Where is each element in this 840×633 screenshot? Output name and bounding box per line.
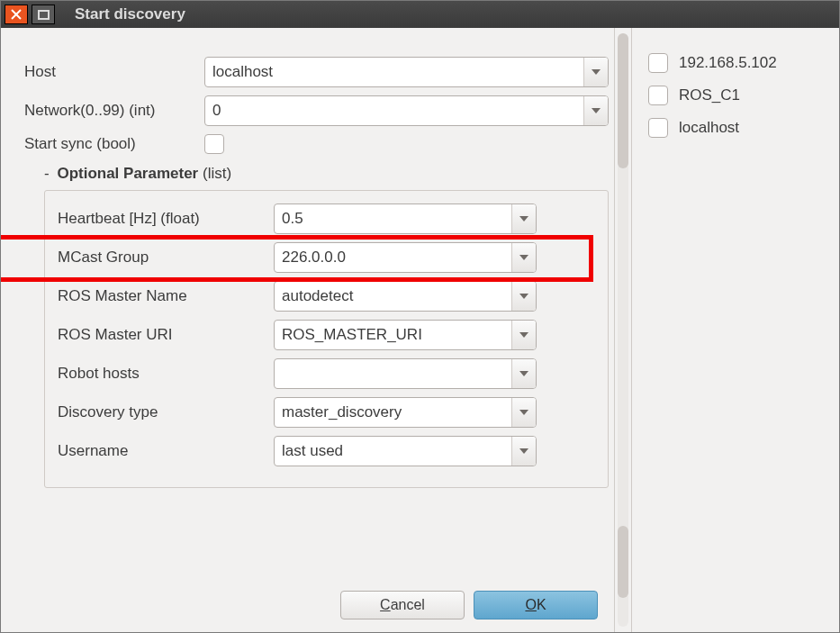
- optional-header[interactable]: - Optional Parameter (list): [44, 165, 609, 183]
- optional-row: Discovery typemaster_discovery: [58, 397, 595, 428]
- chevron-down-icon: [511, 398, 536, 427]
- optional-combo[interactable]: 0.5: [274, 203, 537, 234]
- optional-label: MCast Group: [58, 249, 274, 267]
- optional-label: Heartbeat [Hz] (float): [58, 210, 274, 228]
- optional-label: Robot hosts: [58, 365, 274, 383]
- network-value: 0: [205, 96, 583, 125]
- chevron-down-icon: [511, 359, 536, 388]
- cancel-button[interactable]: Cancel: [340, 591, 465, 619]
- svg-marker-4: [519, 216, 528, 222]
- host-label: localhost: [679, 119, 739, 137]
- host-combo[interactable]: localhost: [204, 57, 609, 87]
- close-button[interactable]: [5, 5, 28, 24]
- optional-value: last used: [275, 437, 511, 466]
- optional-value: ROS_MASTER_URI: [275, 321, 511, 349]
- network-label: Network(0..99) (int): [24, 102, 204, 120]
- optional-suffix: (list): [203, 165, 231, 182]
- host-item[interactable]: 192.168.5.102: [648, 53, 832, 73]
- optional-value: autodetect: [275, 282, 511, 311]
- chevron-down-icon: [511, 243, 536, 272]
- chevron-down-icon: [511, 437, 536, 466]
- optional-combo[interactable]: autodetect: [274, 281, 537, 312]
- host-item[interactable]: localhost: [648, 118, 832, 138]
- svg-marker-9: [519, 410, 528, 415]
- host-label: ROS_C1: [679, 86, 740, 104]
- host-value: localhost: [205, 58, 583, 86]
- optional-combo[interactable]: master_discovery: [274, 397, 537, 428]
- host-checkbox[interactable]: [648, 53, 668, 73]
- optional-combo[interactable]: last used: [274, 436, 537, 466]
- host-list-panel: 192.168.5.102ROS_C1localhost: [632, 28, 839, 632]
- form-panel: Host localhost Network(0..99) (int) 0: [1, 28, 614, 632]
- scrollbar-thumb[interactable]: [618, 33, 628, 168]
- optional-row: Usernamelast used: [58, 436, 595, 466]
- host-label: 192.168.5.102: [679, 54, 777, 72]
- mcast-group-row: MCast Group226.0.0.0: [58, 242, 595, 273]
- maximize-button[interactable]: [32, 5, 55, 24]
- maximize-icon: [38, 10, 50, 20]
- svg-marker-8: [519, 371, 528, 376]
- host-row: Host localhost: [24, 57, 609, 87]
- dialog-footer: Cancel OK: [1, 582, 614, 632]
- network-row: Network(0..99) (int) 0: [24, 95, 609, 126]
- window-title: Start discovery: [75, 5, 185, 23]
- mcast-group-combo[interactable]: 226.0.0.0: [274, 242, 537, 273]
- start-sync-row: Start sync (bool): [24, 134, 609, 154]
- optional-label: Username: [58, 442, 274, 460]
- optional-label: Discovery type: [58, 403, 274, 421]
- optional-title: Optional Parameter: [57, 165, 198, 182]
- optional-label: ROS Master URI: [58, 326, 274, 344]
- window: Start discovery Host localhost: [0, 0, 840, 633]
- network-combo[interactable]: 0: [204, 95, 609, 126]
- optional-row: ROS Master Nameautodetect: [58, 281, 595, 312]
- optional-combo[interactable]: [274, 358, 537, 389]
- svg-marker-10: [519, 448, 528, 454]
- host-checkbox[interactable]: [648, 118, 668, 138]
- start-sync-label: Start sync (bool): [24, 135, 204, 153]
- collapse-toggle: -: [44, 165, 50, 182]
- svg-marker-7: [519, 332, 528, 338]
- host-label: Host: [24, 63, 204, 81]
- host-checkbox[interactable]: [648, 86, 668, 105]
- svg-marker-3: [592, 108, 601, 113]
- svg-marker-5: [519, 255, 528, 260]
- chevron-down-icon: [511, 282, 536, 311]
- optional-row: Robot hosts: [58, 358, 595, 389]
- scrollbar-thumb[interactable]: [618, 526, 628, 598]
- svg-marker-2: [592, 69, 601, 75]
- start-sync-checkbox[interactable]: [204, 134, 224, 154]
- content: Host localhost Network(0..99) (int) 0: [1, 28, 839, 632]
- close-icon: [11, 9, 22, 20]
- chevron-down-icon: [511, 321, 536, 349]
- optional-value: 226.0.0.0: [275, 243, 511, 272]
- svg-marker-6: [519, 294, 528, 299]
- optional-row: ROS Master URIROS_MASTER_URI: [58, 320, 595, 350]
- optional-combo[interactable]: ROS_MASTER_URI: [274, 320, 537, 350]
- chevron-down-icon: [583, 58, 608, 86]
- titlebar: Start discovery: [1, 1, 839, 28]
- ok-button[interactable]: OK: [474, 591, 598, 619]
- chevron-down-icon: [511, 204, 536, 233]
- form-area: Host localhost Network(0..99) (int) 0: [24, 57, 609, 625]
- optional-value: master_discovery: [275, 398, 511, 427]
- optional-value: [275, 359, 511, 388]
- chevron-down-icon: [583, 96, 608, 125]
- optional-value: 0.5: [275, 204, 511, 233]
- form-scrollbar[interactable]: [614, 28, 631, 632]
- optional-parameter-box: Heartbeat [Hz] (float)0.5MCast Group226.…: [44, 190, 609, 488]
- form-panel-wrap: Host localhost Network(0..99) (int) 0: [1, 28, 631, 632]
- host-item[interactable]: ROS_C1: [648, 86, 832, 105]
- optional-row: Heartbeat [Hz] (float)0.5: [58, 203, 595, 234]
- optional-label: ROS Master Name: [58, 287, 274, 305]
